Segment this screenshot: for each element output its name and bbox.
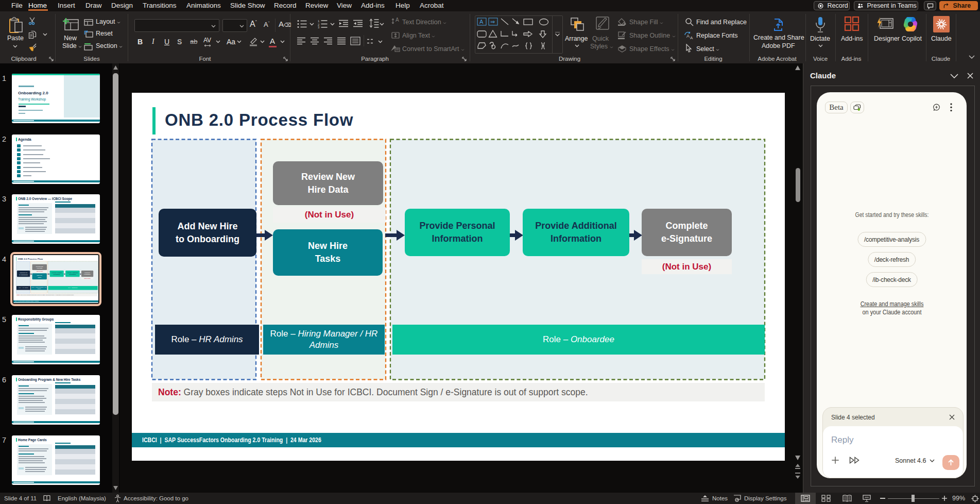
svg-text:A: A <box>396 17 399 23</box>
svg-text:3: 3 <box>318 26 320 28</box>
svg-text:A: A <box>479 19 484 25</box>
svg-text:A: A <box>686 33 690 39</box>
svg-text:A: A <box>690 36 693 40</box>
svg-text:1: 1 <box>318 20 320 23</box>
svg-text:⇒: ⇒ <box>490 19 495 25</box>
